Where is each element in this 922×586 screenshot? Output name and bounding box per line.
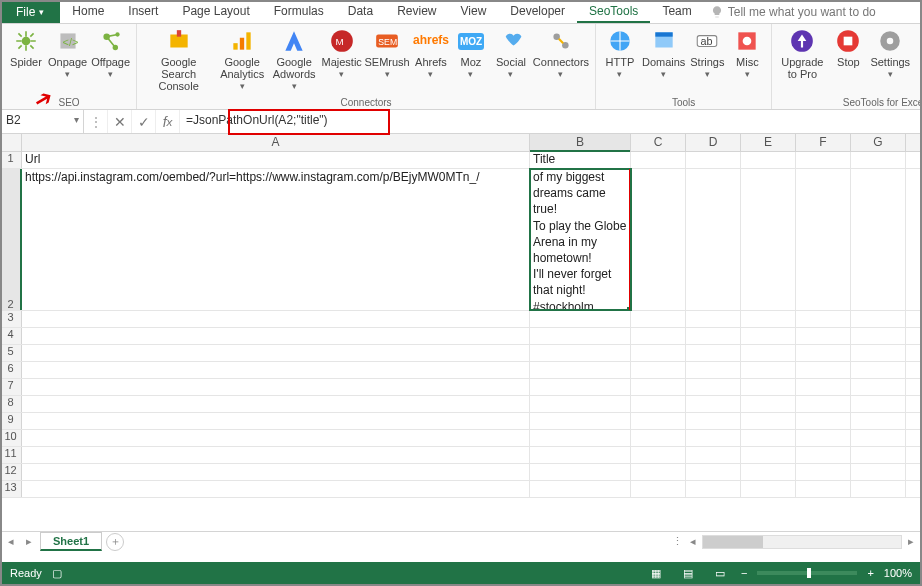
cell[interactable] bbox=[796, 152, 851, 168]
tab-view[interactable]: View bbox=[449, 0, 499, 23]
cell[interactable] bbox=[686, 345, 741, 361]
tell-me-search[interactable]: Tell me what you want to do bbox=[704, 0, 876, 23]
onpage-button[interactable]: </> Onpage ▾ bbox=[48, 26, 87, 95]
cell[interactable] bbox=[22, 379, 530, 395]
column-header-F[interactable]: F bbox=[796, 134, 851, 151]
cell[interactable] bbox=[851, 464, 906, 480]
ahrefs-button[interactable]: ahrefs Ahrefs ▾ bbox=[413, 26, 449, 95]
cell[interactable] bbox=[796, 328, 851, 344]
cell[interactable] bbox=[631, 169, 686, 310]
zoom-level[interactable]: 100% bbox=[884, 567, 912, 579]
cell[interactable] bbox=[530, 345, 631, 361]
cell[interactable] bbox=[686, 379, 741, 395]
strings-button[interactable]: ab Strings ▾ bbox=[689, 26, 725, 95]
social-button[interactable]: Social ▾ bbox=[493, 26, 529, 95]
cell[interactable] bbox=[631, 464, 686, 480]
tab-file[interactable]: File ▾ bbox=[0, 0, 60, 23]
cell[interactable] bbox=[796, 345, 851, 361]
tab-seotools[interactable]: SeoTools bbox=[577, 0, 650, 23]
connectors-button[interactable]: Connectors ▾ bbox=[533, 26, 589, 95]
http-button[interactable]: HTTP ▾ bbox=[602, 26, 638, 95]
name-box[interactable]: B2 bbox=[0, 110, 84, 133]
cell[interactable] bbox=[851, 345, 906, 361]
select-all-corner[interactable] bbox=[0, 134, 22, 151]
cell[interactable] bbox=[631, 379, 686, 395]
settings-button[interactable]: Settings ▾ bbox=[870, 26, 910, 95]
cell[interactable] bbox=[851, 447, 906, 463]
misc-button[interactable]: Misc ▾ bbox=[729, 26, 765, 95]
cell[interactable] bbox=[796, 362, 851, 378]
cell[interactable] bbox=[741, 396, 796, 412]
row-header[interactable]: 13 bbox=[0, 481, 22, 497]
google-analytics-button[interactable]: Google Analytics ▾ bbox=[218, 26, 266, 95]
sheet-tab-active[interactable]: Sheet1 bbox=[40, 532, 102, 551]
cell[interactable] bbox=[631, 345, 686, 361]
moz-button[interactable]: MOZ Moz ▾ bbox=[453, 26, 489, 95]
cell[interactable] bbox=[22, 362, 530, 378]
scroll-thumb[interactable] bbox=[703, 536, 763, 548]
row-header[interactable]: 6 bbox=[0, 362, 22, 378]
cell[interactable] bbox=[530, 328, 631, 344]
cell[interactable] bbox=[530, 362, 631, 378]
horizontal-scrollbar[interactable]: ⋮ ◂ ▸ bbox=[128, 535, 922, 549]
cell[interactable] bbox=[851, 169, 906, 310]
tab-developer[interactable]: Developer bbox=[498, 0, 577, 23]
cell[interactable] bbox=[851, 328, 906, 344]
cell[interactable] bbox=[741, 311, 796, 327]
sheet-nav-prev-icon[interactable]: ◂ bbox=[4, 535, 18, 548]
row-header[interactable]: 8 bbox=[0, 396, 22, 412]
cell[interactable] bbox=[851, 481, 906, 497]
row-header-1[interactable]: 1 bbox=[0, 152, 22, 168]
cell[interactable] bbox=[22, 328, 530, 344]
cell[interactable] bbox=[22, 396, 530, 412]
column-header-E[interactable]: E bbox=[741, 134, 796, 151]
cell[interactable] bbox=[530, 396, 631, 412]
offpage-button[interactable]: Offpage ▾ bbox=[91, 26, 130, 95]
cancel-formula-icon[interactable]: ✕ bbox=[108, 110, 132, 133]
cell[interactable] bbox=[686, 430, 741, 446]
cell[interactable] bbox=[530, 413, 631, 429]
cell[interactable] bbox=[530, 447, 631, 463]
zoom-out-icon[interactable]: − bbox=[741, 567, 747, 579]
add-sheet-button[interactable]: ＋ bbox=[106, 533, 124, 551]
cell[interactable] bbox=[851, 152, 906, 168]
scroll-dots-icon[interactable]: ⋮ bbox=[670, 535, 684, 548]
cell[interactable] bbox=[796, 169, 851, 310]
row-header[interactable]: 4 bbox=[0, 328, 22, 344]
cell[interactable] bbox=[796, 464, 851, 480]
cell[interactable] bbox=[530, 430, 631, 446]
row-header[interactable]: 11 bbox=[0, 447, 22, 463]
cell[interactable] bbox=[741, 447, 796, 463]
cell[interactable] bbox=[22, 481, 530, 497]
cell[interactable] bbox=[631, 413, 686, 429]
cell[interactable] bbox=[851, 396, 906, 412]
cell[interactable] bbox=[686, 413, 741, 429]
cell[interactable] bbox=[22, 464, 530, 480]
row-header-2[interactable]: 2 bbox=[0, 169, 22, 310]
scroll-track[interactable] bbox=[702, 535, 902, 549]
cell[interactable] bbox=[851, 311, 906, 327]
cell[interactable] bbox=[530, 311, 631, 327]
cell[interactable] bbox=[796, 481, 851, 497]
cell[interactable] bbox=[530, 481, 631, 497]
cell[interactable] bbox=[631, 430, 686, 446]
cell[interactable] bbox=[741, 413, 796, 429]
cell-A2[interactable]: https://api.instagram.com/oembed/?url=ht… bbox=[22, 169, 530, 310]
cell[interactable] bbox=[741, 169, 796, 310]
cell[interactable] bbox=[741, 345, 796, 361]
cell[interactable] bbox=[796, 447, 851, 463]
google-search-console-button[interactable]: Google Search Console bbox=[143, 26, 214, 95]
formula-options-icon[interactable]: ⋮ bbox=[84, 110, 108, 133]
cell[interactable] bbox=[631, 328, 686, 344]
cell[interactable] bbox=[686, 152, 741, 168]
cell[interactable] bbox=[631, 396, 686, 412]
tab-insert[interactable]: Insert bbox=[116, 0, 170, 23]
cell[interactable] bbox=[796, 430, 851, 446]
tab-data[interactable]: Data bbox=[336, 0, 385, 23]
scroll-left-icon[interactable]: ◂ bbox=[686, 535, 700, 548]
cell[interactable] bbox=[686, 328, 741, 344]
sheet-nav-next-icon[interactable]: ▸ bbox=[22, 535, 36, 548]
majestic-button[interactable]: M Majestic ▾ bbox=[322, 26, 361, 95]
scroll-right-icon[interactable]: ▸ bbox=[904, 535, 918, 548]
cell-A1[interactable]: Url bbox=[22, 152, 530, 168]
